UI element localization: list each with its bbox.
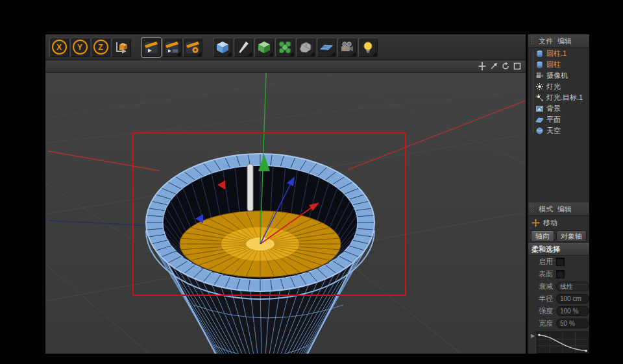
- cylinder-icon: [535, 49, 544, 58]
- enable-label: 启用: [528, 257, 553, 267]
- attr-row-falloff: 衰减 线性: [528, 280, 589, 293]
- move-tool-icon: [531, 219, 540, 227]
- render-settings-button[interactable]: [183, 38, 202, 57]
- axis-button[interactable]: 轴向: [531, 230, 554, 242]
- render-picture-viewer-button[interactable]: [162, 38, 182, 57]
- coordinate-system-button[interactable]: [112, 38, 131, 57]
- object-label: 灯光.目标.1: [546, 93, 583, 103]
- right-panel: 文件 编辑 圆柱.1: [527, 34, 589, 354]
- object-label: 平面: [546, 115, 561, 125]
- object-row-sky[interactable]: 天空: [528, 125, 589, 136]
- rotate-icon[interactable]: [501, 62, 510, 71]
- attr-row-strength: 强度 100 %: [528, 305, 589, 317]
- submenu-corner-icon: [310, 52, 314, 56]
- attr-row-radius: 半径 100 cm: [528, 293, 589, 305]
- attribute-manager-menu: 模式 编辑: [528, 202, 589, 216]
- deformer-button[interactable]: [296, 38, 315, 57]
- camera-button[interactable]: [337, 38, 357, 57]
- submenu-corner-icon: [269, 52, 273, 56]
- zoom-icon[interactable]: [489, 62, 498, 71]
- falloff-dropdown[interactable]: 线性: [556, 282, 589, 291]
- submenu-corner-icon: [331, 52, 335, 56]
- mograph-button[interactable]: [275, 38, 295, 57]
- axis-mode-buttons: 轴向 对象轴: [528, 229, 589, 243]
- application-window: X Y Z: [0, 0, 623, 364]
- object-row-plane[interactable]: 平面: [528, 114, 589, 125]
- object-list: 圆柱.1 圆柱 摄: [528, 48, 589, 136]
- expander-icon[interactable]: ▶: [531, 332, 535, 341]
- menu-item-edit[interactable]: 编辑: [557, 36, 572, 46]
- strength-label: 强度: [528, 306, 553, 316]
- coordinate-system-icon: [114, 40, 129, 55]
- enable-checkbox[interactable]: [556, 258, 565, 266]
- y-axis-lock-icon: Y: [73, 40, 88, 55]
- width-label: 宽度: [528, 319, 553, 328]
- falloff-curve[interactable]: [537, 332, 589, 354]
- object-row-cylinder1[interactable]: 圆柱.1: [528, 48, 589, 59]
- falloff-label: 衰减: [528, 282, 553, 291]
- object-row-background[interactable]: 背景: [528, 103, 589, 114]
- submenu-corner-icon: [177, 52, 180, 56]
- object-row-camera[interactable]: 摄像机: [528, 70, 589, 81]
- object-row-cylinder[interactable]: 圆柱: [528, 59, 589, 70]
- camera-icon: [535, 71, 544, 80]
- viewport-3d-scene[interactable]: [45, 73, 526, 354]
- object-row-light[interactable]: 灯光: [528, 81, 589, 92]
- radius-field[interactable]: 100 cm: [556, 294, 589, 304]
- object-manager-menu: 文件 编辑: [528, 34, 589, 48]
- submenu-corner-icon: [373, 52, 376, 56]
- lock-y-button[interactable]: Y: [70, 38, 90, 57]
- soft-selection-header[interactable]: 柔和选择: [528, 243, 589, 256]
- render-view-icon: [143, 40, 159, 55]
- object-label: 灯光: [546, 82, 561, 91]
- submenu-corner-icon: [197, 52, 201, 56]
- submenu-corner-icon: [289, 52, 293, 56]
- panel-grip-icon[interactable]: [530, 37, 534, 45]
- pen-tool-button[interactable]: [234, 38, 253, 57]
- width-field[interactable]: 50 %: [556, 319, 589, 328]
- light-button[interactable]: [358, 38, 378, 57]
- pan-icon[interactable]: [478, 62, 487, 71]
- light-icon: [535, 82, 544, 91]
- z-axis-lock-icon: Z: [93, 40, 108, 55]
- add-cube-button[interactable]: [213, 38, 232, 57]
- main-toolbar: X Y Z: [45, 34, 526, 60]
- viewport-3d[interactable]: [45, 73, 526, 354]
- attr-row-surface: 表面: [528, 268, 589, 280]
- render-view-button[interactable]: [141, 38, 161, 57]
- object-label: 圆柱.1: [546, 49, 567, 58]
- sky-icon: [535, 127, 544, 135]
- light-target-icon: [535, 93, 544, 102]
- strength-field[interactable]: 100 %: [556, 306, 589, 316]
- falloff-curve-row: ▶: [528, 330, 589, 356]
- surface-checkbox[interactable]: [556, 270, 565, 278]
- lock-z-button[interactable]: Z: [91, 38, 110, 57]
- active-tool-label: 移动: [543, 218, 557, 228]
- object-axis-button[interactable]: 对象轴: [556, 230, 587, 242]
- maximize-icon[interactable]: [513, 62, 522, 71]
- cylinder-icon: [535, 60, 544, 69]
- background-icon: [535, 104, 544, 113]
- object-label: 圆柱: [546, 60, 561, 69]
- attr-row-width: 宽度 50 %: [528, 317, 589, 330]
- object-row-light-target[interactable]: 灯光.目标.1: [528, 92, 589, 103]
- panel-grip-icon[interactable]: [530, 205, 534, 213]
- object-label: 摄像机: [546, 71, 568, 80]
- lock-x-button[interactable]: X: [49, 38, 69, 57]
- app-region: X Y Z: [45, 34, 589, 354]
- menu-item-file[interactable]: 文件: [539, 36, 553, 46]
- menu-item-mode[interactable]: 模式: [539, 204, 553, 214]
- panel-spacer: [528, 136, 589, 202]
- submenu-corner-icon: [248, 52, 252, 56]
- viewport-menu-bar: [45, 60, 526, 73]
- submenu-corner-icon: [227, 52, 231, 56]
- x-axis-lock-icon: X: [52, 40, 67, 55]
- object-label: 天空: [546, 126, 561, 136]
- environment-button[interactable]: [317, 38, 336, 57]
- attr-row-enable: 启用: [528, 256, 589, 268]
- menu-item-edit[interactable]: 编辑: [557, 204, 572, 214]
- left-column: X Y Z: [45, 34, 526, 354]
- generator-button[interactable]: [254, 38, 274, 57]
- active-tool-row: 移动: [528, 216, 589, 229]
- plane-icon: [535, 115, 544, 124]
